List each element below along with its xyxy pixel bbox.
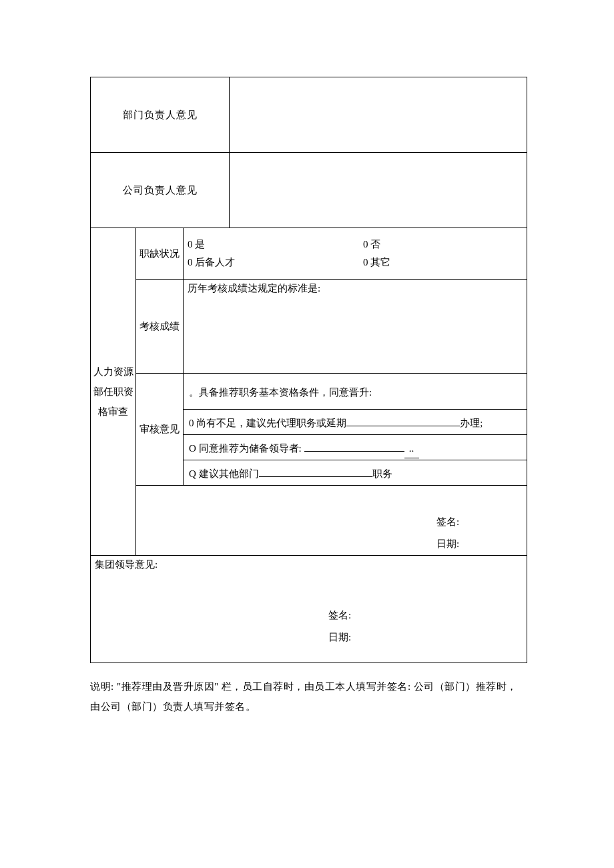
audit-options[interactable]: 。具备推荐职务基本资格条件，同意晋升: 0 尚有不足，建议先代理职务或延期办理;…	[184, 374, 527, 486]
group-leader-block[interactable]: 集团领导意见: 签名: 日期:	[91, 555, 527, 663]
audit-label: 审核意见	[136, 374, 184, 486]
footer-note: 说明: "推荐理由及晋升原因" 栏，员工自荐时，由员工本人填写并签名: 公司（部…	[90, 677, 527, 717]
hr-sign-block[interactable]: 签名: 日期:	[136, 485, 527, 555]
hr-review-label: 人力资源 部任职资 格审查	[91, 228, 136, 556]
row-dept-head-label: 部门负责人意见	[91, 77, 230, 153]
exam-label: 考核成绩	[136, 280, 184, 374]
vacancy-label: 职缺状况	[136, 228, 184, 280]
row-company-head-label: 公司负责人意见	[91, 153, 230, 228]
row-dept-head-value[interactable]	[230, 77, 527, 153]
row-company-head-value[interactable]	[230, 153, 527, 228]
form-table: 部门负责人意见 公司负责人意见 人力资源 部任职资 格审查 职缺状况 0 是 0…	[90, 77, 527, 663]
exam-value[interactable]: 历年考核成绩达规定的标准是:	[184, 280, 527, 374]
vacancy-options[interactable]: 0 是 0 否 0 后备人才 0 其它	[184, 228, 527, 280]
